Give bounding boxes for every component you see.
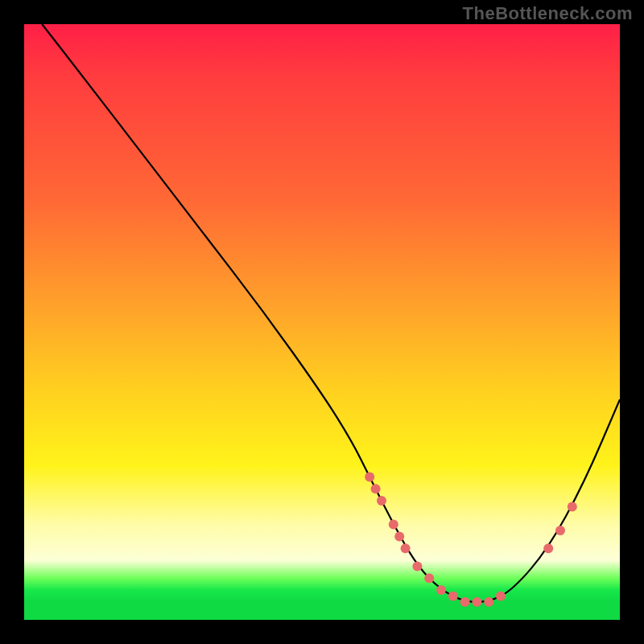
data-marker [377,496,386,506]
bottleneck-curve [42,24,620,602]
data-marker [424,573,434,583]
data-marker [436,585,446,595]
data-marker [412,561,422,571]
data-marker [371,484,381,493]
curve-svg [24,24,620,620]
watermark-text: TheBottleneck.com [463,3,633,24]
data-marker [543,543,553,553]
data-marker [401,543,411,553]
data-marker [472,597,481,607]
data-marker [484,597,493,607]
data-marker [460,597,470,607]
data-marker [389,520,398,530]
plot-area [24,24,620,620]
data-marker [394,531,404,541]
data-marker [365,472,374,481]
data-marker [568,502,577,511]
data-marker [496,591,506,601]
data-marker [448,591,458,601]
chart-frame: TheBottleneck.com [0,0,644,644]
curve-markers [365,472,577,606]
data-marker [555,526,565,535]
